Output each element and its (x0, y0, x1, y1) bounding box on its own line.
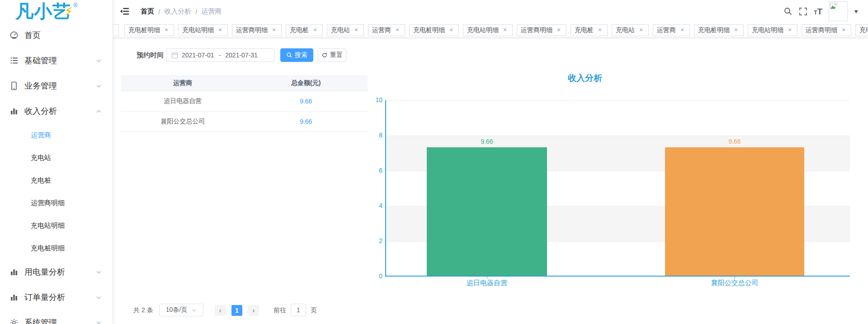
tab-label: 充电站 (616, 26, 635, 34)
date-range-separator: - (219, 52, 221, 59)
breadcrumb-income-analysis[interactable]: 收入分析 (164, 7, 191, 16)
tab-label: 充电桩 (859, 26, 868, 34)
close-icon[interactable]: × (555, 27, 562, 34)
amount-link[interactable]: 9.66 (300, 118, 312, 125)
sidebar-item-1[interactable]: 基础管理 (0, 48, 113, 73)
close-icon[interactable]: × (596, 27, 604, 34)
sidebar-subitem-充电站明细[interactable]: 充电站明细 (0, 214, 113, 237)
close-icon[interactable]: × (637, 27, 645, 34)
close-icon[interactable]: × (217, 27, 224, 34)
sidebar-item-label: 系统管理 (24, 317, 57, 324)
sidebar-subitem-运营商[interactable]: 运营商 (0, 124, 113, 146)
sidebar-subitem-运营商明细[interactable]: 运营商明细 (0, 192, 113, 214)
sidebar-menu: 首页基础管理业务管理收入分析运营商充电站充电桩运营商明细充电站明细充电桩明细用电… (0, 23, 113, 324)
sidebar: 凡小艺 ⚡ ® 首页基础管理业务管理收入分析运营商充电站充电桩运营商明细充电站明… (0, 0, 113, 324)
x-axis-category-label: 襄阳公交总公司 (711, 279, 759, 287)
operator-cell: 襄阳公交总公司 (121, 117, 245, 126)
sidebar-item-4[interactable]: 用电量分析 (0, 259, 113, 285)
page-size-select[interactable]: 10条/页 (159, 304, 203, 316)
tab-充电桩明细[interactable]: 充电桩明细× (694, 24, 744, 36)
sidebar-item-5[interactable]: 订单量分析 (0, 285, 113, 310)
tab-充电站明细[interactable]: 充电站明细× (178, 24, 228, 36)
tab-充电桩明细[interactable]: 充电桩明细× (409, 24, 459, 36)
table-row: 襄阳公交总公司9.66 (121, 112, 368, 132)
sidebar-item-3[interactable]: 收入分析 (0, 99, 113, 124)
amount-link[interactable]: 9.66 (300, 98, 312, 105)
hamburger-icon[interactable] (120, 6, 130, 16)
close-icon[interactable]: × (732, 27, 740, 34)
bar-value-label: 9.66 (728, 138, 741, 145)
avatar[interactable] (829, 1, 848, 21)
amount-cell: 9.66 (245, 98, 368, 105)
close-icon[interactable]: × (840, 27, 847, 34)
broken-image-icon (830, 3, 838, 11)
tab-充电站明细[interactable]: 充电站明细× (463, 24, 513, 36)
top-header: 首页 / 收入分析 / 运营商 TT ▼ (113, 0, 868, 23)
close-icon[interactable]: × (448, 27, 455, 34)
bar-value-label: 9.66 (481, 138, 493, 145)
bar-追日电器自营 (427, 147, 547, 276)
date-start-value[interactable]: 2021-07-01 (182, 52, 214, 59)
goto-page-input[interactable] (291, 304, 306, 316)
font-size-icon[interactable]: TT (814, 7, 822, 16)
sidebar-item-2[interactable]: 业务管理 (0, 73, 113, 99)
tab-partial[interactable] (114, 24, 119, 36)
date-end-value[interactable]: 2021-07-31 (225, 52, 258, 59)
tab-运营商[interactable]: 运营商× (653, 24, 690, 36)
search-icon[interactable] (783, 7, 793, 16)
pagination-total: 共 2 条 (133, 306, 153, 315)
tab-运营商明细[interactable]: 运营商明细× (802, 24, 851, 36)
app-logo[interactable]: 凡小艺 ⚡ ® (0, 0, 113, 23)
close-icon[interactable]: × (501, 27, 509, 34)
caret-down-icon[interactable]: ▼ (853, 8, 859, 15)
breadcrumb-home[interactable]: 首页 (141, 7, 154, 16)
sidebar-subitem-label: 运营商 (31, 131, 51, 140)
sidebar-subitem-充电站[interactable]: 充电站 (0, 146, 113, 169)
close-icon[interactable]: × (270, 27, 278, 34)
tab-充电站明细[interactable]: 充电站明细× (748, 24, 797, 36)
tab-运营商明细[interactable]: 运营商明细× (232, 24, 282, 36)
sidebar-item-label: 基础管理 (24, 55, 57, 66)
close-icon[interactable]: × (679, 27, 686, 34)
tab-充电桩[interactable]: 充电桩× (855, 24, 868, 36)
date-range-picker[interactable]: 2021-07-01 - 2021-07-31 (166, 48, 275, 62)
close-icon[interactable]: × (163, 27, 170, 34)
sidebar-subitem-充电桩明细[interactable]: 充电桩明细 (0, 237, 113, 259)
sidebar-subitem-label: 充电桩 (31, 176, 51, 185)
y-axis-tick-label: 6 (355, 167, 382, 174)
x-axis-tick (735, 276, 735, 278)
tab-充电桩明细[interactable]: 充电桩明细× (124, 24, 174, 36)
next-page-button[interactable]: › (248, 305, 259, 316)
current-page-button[interactable]: 1 (231, 305, 242, 316)
chart-title: 收入分析 (506, 72, 664, 84)
sidebar-item-6[interactable]: 系统管理 (0, 310, 113, 324)
tab-运营商明细[interactable]: 运营商明细× (517, 24, 566, 36)
dashboard-icon (9, 30, 19, 40)
prev-page-button[interactable]: ‹ (215, 305, 226, 316)
tab-运营商[interactable]: 运营商× (368, 24, 405, 36)
close-icon[interactable]: × (394, 27, 401, 34)
close-icon[interactable]: × (311, 27, 319, 34)
breadcrumb: 首页 / 收入分析 / 运营商 (141, 7, 222, 16)
tab-充电桩[interactable]: 充电桩× (286, 24, 323, 36)
header-actions: TT ▼ (783, 1, 868, 21)
sidebar-subitem-充电桩[interactable]: 充电桩 (0, 169, 113, 192)
tab-label: 运营商 (657, 26, 676, 34)
reset-button[interactable]: 重置 (318, 48, 346, 62)
search-button[interactable]: 搜索 (280, 48, 313, 62)
fullscreen-icon[interactable] (799, 7, 807, 16)
tab-充电桩[interactable]: 充电桩× (571, 24, 608, 36)
bar-chart-icon (9, 106, 19, 116)
tab-充电站[interactable]: 充电站× (612, 24, 649, 36)
close-icon[interactable]: × (786, 27, 793, 34)
breadcrumb-separator: / (158, 8, 160, 15)
tab-label: 运营商明细 (806, 26, 837, 34)
sidebar-item-0[interactable]: 首页 (0, 23, 113, 48)
tab-充电站[interactable]: 充电站× (327, 24, 364, 36)
tab-label: 运营商明细 (236, 26, 268, 34)
chevron-down-icon (96, 83, 102, 89)
close-icon[interactable]: × (353, 27, 360, 34)
chevron-down-icon (96, 295, 102, 301)
tab-label: 充电桩明细 (128, 26, 160, 34)
table-body: 追日电器自营9.66襄阳公交总公司9.66 (121, 91, 368, 132)
